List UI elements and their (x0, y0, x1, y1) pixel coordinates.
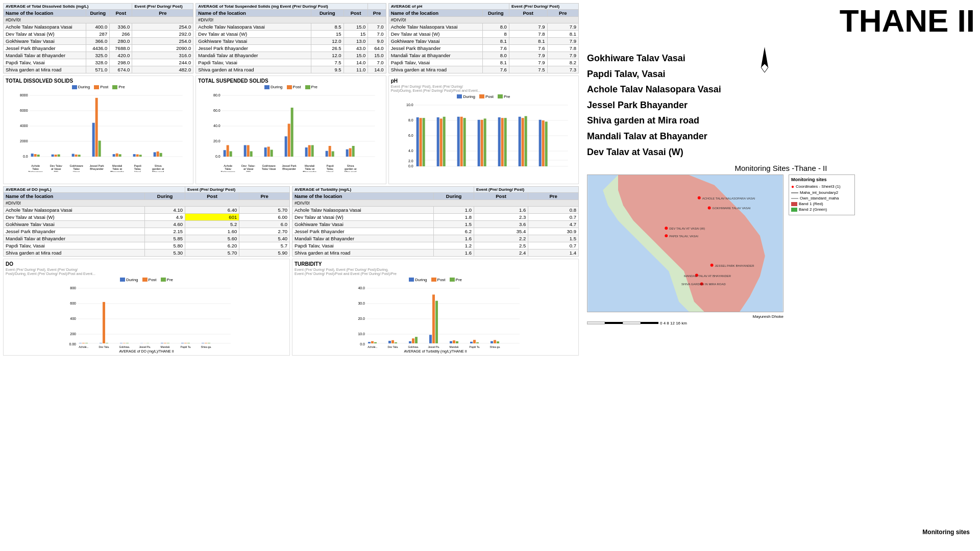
tds-col-location: Name of the location (4, 10, 86, 17)
tds-col-pre: Pre (132, 10, 193, 17)
post-cell: 43.0 (344, 45, 368, 52)
during-cell: 5.80 (145, 242, 185, 249)
svg-rect-26 (136, 155, 139, 157)
location-cell: Achole Talav Nalasopara Vasai (4, 206, 145, 213)
tss-col-location: Name of the location (196, 10, 311, 17)
svg-rect-24 (119, 154, 121, 157)
svg-rect-17 (75, 155, 78, 157)
svg-text:(W): (W) (247, 170, 251, 172)
svg-text:Mira road: Mira road (345, 170, 356, 172)
svg-text:Gokhiwa.: Gokhiwa. (119, 345, 130, 348)
svg-rect-204 (450, 341, 452, 343)
table-row: Dev Talav at Vasai (W) 1.8 2.3 0.7 (292, 213, 579, 220)
svg-text:ACHOLE TALAV NALASOPARA VASAI: ACHOLE TALAV NALASOPARA VASAI (702, 197, 755, 200)
table-row: Gokhiware Talav Vasai 1.5 3.6 4.7 (292, 220, 579, 228)
tds-legend-post: Post (94, 85, 108, 89)
post-cell: 336.0 (110, 23, 132, 31)
do-chart-subtitle: Event (Pre/ During/ Post), Event (Pre/ D… (6, 268, 287, 277)
turbidity-chart-title: TURBIDITY (295, 261, 576, 267)
svg-rect-67 (250, 152, 253, 157)
svg-rect-169 (181, 343, 184, 343)
during-cell: 7.6 (482, 45, 509, 52)
middle-section: AVERAGE of DO (mg/L) Event (Pre/ During/… (3, 186, 579, 257)
tss-tbody: Achole Talav Nalasopara Vasai 8.5 15.0 7… (196, 23, 386, 73)
svg-rect-27 (139, 155, 142, 157)
svg-rect-122 (460, 117, 462, 166)
svg-rect-115 (416, 117, 419, 166)
table-row: Jessel Park Bhayander 6.2 35.4 30.9 (292, 228, 579, 235)
svg-rect-238 (587, 322, 605, 324)
location-cell: Gokhiware Talav Vasai (292, 220, 434, 228)
list-item: Papdi Talav, Vasai (587, 66, 721, 82)
pre-cell: 5.90 (239, 249, 290, 256)
location-cell: Mandali Talav at Bhayander (4, 235, 145, 242)
turbidity-chart-xlabel: AVERAGE of Turbidity (mg/L)/THANE II (295, 349, 576, 353)
svg-text:20.0: 20.0 (358, 317, 365, 320)
ph-chart-area: 10.0 8.0 6.0 4.0 2.0 0.0 (391, 100, 576, 182)
post-cell: 2.4 (474, 249, 528, 256)
location-cell: Gokhiware Talav Vasai (196, 38, 311, 45)
pre-cell: 7.9 (547, 23, 578, 31)
svg-rect-208 (473, 340, 476, 343)
svg-rect-157 (100, 343, 102, 343)
do-chart-svg: 800 600 400 200 0.00 (6, 283, 287, 349)
location-cell: Jessel Park Bhayander (292, 228, 434, 235)
tds-chart-section: TOTAL DISSOLVED SOLIDS During Post Pre (3, 76, 193, 184)
svg-rect-172 (202, 343, 204, 343)
during-cell: 366.0 (86, 38, 110, 45)
turbidity-event-label: Event (Pre/ During/ Post) (474, 186, 578, 192)
post-cell: 7.6 (509, 45, 547, 52)
svg-text:20.0: 20.0 (213, 139, 220, 143)
tds-legend-post-label: Post (100, 85, 108, 89)
during-cell: 7.6 (482, 66, 509, 73)
svg-text:Mandali.: Mandali. (450, 345, 459, 348)
svg-point-223 (698, 196, 701, 199)
top-charts-row: TOTAL DISSOLVED SOLIDS During Post Pre (3, 76, 579, 184)
pre-cell: 9.0 (368, 38, 386, 45)
pre-legend-box (112, 85, 117, 89)
svg-text:2000: 2000 (20, 139, 28, 143)
svg-rect-64 (230, 152, 232, 157)
ph-chart-title: pH (391, 78, 576, 84)
during-cell: 1.6 (434, 235, 474, 242)
during-cell: 8.1 (482, 38, 509, 45)
during-cell: 12.0 (311, 52, 344, 59)
svg-text:0.0: 0.0 (360, 342, 365, 346)
ph-chart-svg: 10.0 8.0 6.0 4.0 2.0 0.0 (391, 100, 576, 171)
svg-rect-70 (271, 150, 273, 157)
post-cell: 7.8 (509, 31, 547, 38)
location-cell: Shiva garden at Mira road (196, 66, 311, 73)
table-row: Jessel Park Bhayander 2.15 1.60 2.70 (4, 228, 290, 235)
tds-chart-area: 8000 6000 4000 2000 0.0 (6, 90, 191, 172)
tds-table-section: AVERAGE of Total Dissolved Solids (mg/L)… (3, 3, 193, 73)
svg-rect-11 (34, 154, 37, 157)
do-chart-area: 800 600 400 200 0.00 (6, 283, 287, 349)
do-chart-xlabel: AVERAGE of DO (mg/L)/THANE II (6, 349, 287, 353)
tss-col-during: During (311, 10, 344, 17)
table-row: Dev Talav at Vasai (W) 4.9 601 6.00 (4, 213, 290, 220)
tds-col-during: During (86, 10, 110, 17)
svg-text:Nalasopara: Nalasopara (221, 170, 236, 172)
pre-cell: 8.1 (547, 31, 578, 38)
svg-rect-71 (285, 136, 287, 157)
table-row: Mandali Talav at Bhayander 325.0 420.0 3… (4, 52, 193, 59)
map-visual: ACHOLE TALAV NALASOPARA VASAI GOKHIWARE … (587, 174, 783, 326)
ph-col-pre: Pre (547, 10, 578, 17)
tds-tbody: Achole Talav Nalasopara Vasai 400.0 336.… (4, 23, 193, 73)
tds-legend-during-label: During (78, 85, 90, 89)
location-cell: Gokhiware Talav Vasai (4, 38, 86, 45)
turbidity-col-post: Post (474, 192, 528, 199)
tds-legend-during: During (72, 85, 90, 89)
svg-rect-173 (205, 343, 207, 343)
do-col-during: During (145, 192, 185, 199)
post-cell: 601 (185, 213, 239, 220)
table-row: Jessel Park Bhayander 26.5 43.0 64.0 (196, 45, 386, 52)
during-cell: 2.15 (145, 228, 185, 235)
tds-legend: During Post Pre (6, 85, 191, 89)
tss-chart-area: 80.0 60.0 40.0 20.0 0.0 (198, 90, 383, 172)
during-cell: 4.9 (145, 213, 185, 220)
svg-rect-205 (453, 340, 455, 343)
table-row: Achole Talav Nalasopara Vasai 1.0 1.6 0.… (292, 206, 579, 213)
map-legend-coordinates: ● Coordinates - Sheet3 (1) (791, 184, 852, 189)
svg-text:Mira road: Mira road (152, 170, 164, 172)
